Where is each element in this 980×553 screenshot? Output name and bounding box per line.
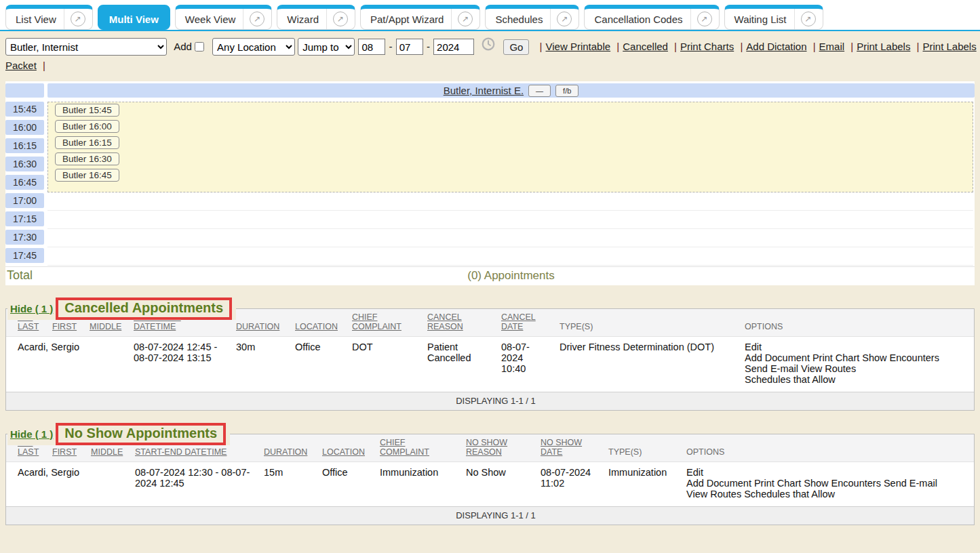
col-options: OPTIONS [681, 434, 974, 462]
cancel-reason-cell: Patient Cancelled [422, 337, 496, 392]
empty-slot-row[interactable] [47, 211, 973, 229]
duration-cell: 15m [258, 462, 317, 507]
link-cancelled[interactable]: Cancelled [623, 41, 668, 52]
open-in-new-icon[interactable]: ↗ [697, 12, 712, 26]
date-day-input[interactable] [396, 39, 423, 55]
table-row: Acardi, Sergio 08-07-2024 12:30 - 08-07-… [6, 462, 974, 507]
tab-wizard[interactable]: Wizard ↗ [277, 5, 355, 30]
tab-label: Pat/Appt Wizard [370, 14, 451, 25]
noshow-section-title: No Show Appointments [56, 423, 226, 445]
location-cell: Office [317, 462, 374, 507]
date-dash: - [389, 41, 393, 52]
provider-link[interactable]: Butler, Internist E. [444, 85, 524, 96]
open-in-new-icon[interactable]: ↗ [801, 12, 816, 26]
col-cancel-reason[interactable]: CANCEL REASON [422, 309, 496, 337]
total-label: Total [5, 268, 47, 283]
add-checkbox[interactable] [195, 42, 204, 52]
time-column: 15:45 16:00 16:15 16:30 16:45 17:00 17:1… [5, 102, 44, 266]
date-year-input[interactable] [433, 39, 474, 55]
slot-button[interactable]: Butler 16:30 [55, 152, 119, 165]
open-in-new-icon[interactable]: ↗ [71, 12, 85, 26]
add-label: Add [174, 41, 192, 52]
view-tabbar: List View ↗ Multi View Week View ↗ Wizar… [0, 0, 980, 31]
empty-slot-row[interactable] [47, 229, 973, 247]
open-in-new-icon[interactable]: ↗ [557, 12, 572, 26]
provider-select[interactable]: Butler, Internist [5, 38, 167, 56]
clock-icon[interactable] [482, 37, 495, 56]
empty-slot-row[interactable] [47, 192, 973, 211]
tab-divider [64, 9, 64, 29]
link-separator: | [43, 60, 45, 71]
col-chief-complaint[interactable]: CHIEF COMPLAINT [374, 434, 460, 462]
tab-label: Week View [185, 14, 243, 25]
link-email[interactable]: Email [819, 41, 845, 52]
tab-divider [690, 9, 691, 29]
link-print-charts[interactable]: Print Charts [680, 41, 734, 52]
col-duration[interactable]: DURATION [231, 309, 290, 337]
tab-divider [794, 9, 795, 29]
empty-slot-row[interactable] [47, 247, 973, 266]
cancelled-section-title: Cancelled Appointments [56, 298, 232, 320]
link-print-labels[interactable]: Print Labels [857, 41, 910, 52]
fb-button[interactable]: f/b [555, 85, 579, 97]
col-types: TYPE(S) [603, 434, 681, 462]
open-in-new-icon[interactable]: ↗ [458, 12, 473, 26]
tab-list-view[interactable]: List View ↗ [5, 5, 93, 30]
link-separator: | [917, 41, 920, 52]
tab-pat-appt-wizard[interactable]: Pat/Appt Wizard ↗ [360, 5, 480, 30]
schedule-toolbar: Butler, Internist Add Any Location Jump … [0, 31, 980, 79]
link-separator: | [674, 41, 677, 52]
minimize-column-button[interactable]: — [528, 85, 551, 97]
col-noshow-date[interactable]: NO SHOW DATE [535, 434, 603, 462]
option-actions[interactable]: Add Document Print Chart Show Encounters… [686, 478, 968, 489]
types-cell: Immunization [603, 462, 681, 507]
option-edit[interactable]: Edit [745, 342, 968, 352]
option-actions[interactable]: View Routes Schedules that Allow [686, 489, 968, 499]
chief-complaint-cell: DOT [347, 337, 422, 392]
option-actions[interactable]: Send E-mail View Routes [745, 363, 968, 374]
link-separator: | [850, 41, 853, 52]
link-add-dictation[interactable]: Add Dictation [746, 41, 806, 52]
link-separator: | [616, 41, 619, 52]
tab-schedules[interactable]: Schedules ↗ [485, 5, 579, 30]
displaying-count: DISPLAYING 1-1 / 1 [6, 392, 974, 411]
option-actions[interactable]: Add Document Print Chart Show Encounters [745, 352, 968, 363]
time-slot-label: 16:00 [5, 120, 44, 135]
cancelled-hide-toggle-link[interactable]: Hide ( 1 ) [10, 303, 53, 314]
appointments-count: (0) Appointments [47, 269, 975, 283]
table-footer-row: DISPLAYING 1-1 / 1 [6, 392, 974, 411]
tab-waiting-list[interactable]: Waiting List ↗ [724, 5, 823, 30]
col-noshow-reason[interactable]: NO SHOW REASON [460, 434, 535, 462]
location-cell: Office [290, 337, 347, 392]
option-actions[interactable]: Schedules that Allow [745, 374, 968, 385]
option-edit[interactable]: Edit [686, 467, 968, 478]
tab-cancellation-codes[interactable]: Cancellation Codes ↗ [584, 5, 719, 30]
col-cancel-date[interactable]: CANCEL DATE [496, 309, 554, 337]
open-in-new-icon[interactable]: ↗ [333, 12, 348, 26]
col-chief-complaint[interactable]: CHIEF COMPLAINT [347, 309, 422, 337]
provider-column-header: Butler, Internist E. — f/b [47, 83, 975, 98]
noshow-appointments-table: PAT LAST FIRST MIDDLE START-END DATETIME… [6, 434, 974, 525]
total-row: Total (0) Appointments [5, 266, 975, 285]
tab-divider [451, 9, 452, 29]
slot-button[interactable]: Butler 16:45 [55, 169, 119, 182]
slot-button[interactable]: Butler 16:15 [55, 136, 119, 149]
col-duration[interactable]: DURATION [258, 434, 317, 462]
jump-to-select[interactable]: Jump to [298, 38, 355, 56]
noshow-hide-toggle-link[interactable]: Hide ( 1 ) [10, 428, 53, 440]
col-types: TYPE(S) [554, 309, 739, 337]
slot-button[interactable]: Butler 16:00 [55, 120, 119, 133]
location-select[interactable]: Any Location [212, 38, 295, 56]
go-button[interactable]: Go [503, 39, 529, 55]
time-slot-label: 15:45 [5, 102, 44, 117]
link-view-printable[interactable]: View Printable [546, 41, 611, 52]
open-in-new-icon[interactable]: ↗ [250, 12, 264, 26]
date-month-input[interactable] [358, 39, 385, 55]
slot-button[interactable]: Butler 15:45 [55, 104, 119, 117]
time-slot-label: 17:15 [5, 211, 44, 226]
col-location[interactable]: LOCATION [317, 434, 374, 462]
tab-week-view[interactable]: Week View ↗ [175, 5, 272, 30]
patient-name-cell: Acardi, Sergio [6, 462, 130, 507]
col-location[interactable]: LOCATION [290, 309, 347, 337]
tab-multi-view[interactable]: Multi View [98, 5, 170, 30]
